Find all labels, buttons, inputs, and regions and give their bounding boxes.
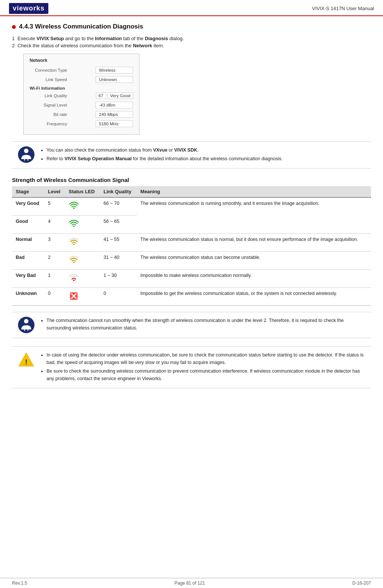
note2-bullet1: The communication cannot run smoothly wh… [46,317,365,332]
ns-quality-pair: 67 Very Good [96,92,133,99]
logo-text-orks: orks [29,5,45,12]
table-row: Bad 2 31 ~ 40 The wireless communication… [12,252,371,270]
led-cell [65,288,100,306]
led-cell [65,234,100,252]
svg-point-0 [24,149,28,153]
signal-table: Stage Level Status LED Link Quality Mean… [12,186,371,306]
step1-bold3: Diagnosis [145,36,168,41]
stage-cell: Very Good [12,197,44,216]
red-dot-icon [12,25,16,29]
ns-row-connection: Connection Type Wireless [30,66,133,74]
level-cell: 4 [44,216,65,234]
ns-label-bitrate: Bit rate [30,112,71,117]
linkquality-cell: 1 ~ 30 [100,270,136,288]
page-header: vieworks VIVIX-S 1417N User Manual [0,0,383,16]
ns-value-bitrate: 240 Mbps [96,111,133,118]
footer-rev: Rev.1.5 [12,580,27,586]
section-title: Wireless Communication Diagnosis [35,23,143,30]
step2-bold1: Network [133,43,152,48]
note1-bullet2: Refer to VIVIX Setup Operation Manual fo… [46,155,283,162]
table-header-row: Stage Level Status LED Link Quality Mean… [12,186,371,197]
note-icon-2 [18,317,34,333]
linkquality-cell: 41 ~ 55 [100,234,136,252]
ns-value-linkspeed: Unknown [96,76,133,83]
table-row: Very Bad 1 1 ~ 30 Impossible to make wir… [12,270,371,288]
note-content-2: The communication cannot run smoothly wh… [40,317,365,333]
level-cell: 0 [44,288,65,306]
footer-page: Page 81 of 121 [175,580,205,586]
ns-row-bitrate: Bit rate 240 Mbps [30,110,133,119]
level-cell: 1 [44,270,65,288]
ns-value-lq-text: Very Good [108,92,133,99]
ns-label-connection: Connection Type [30,68,71,72]
section-heading: 4.4.3 Wireless Communication Diagnosis [12,23,371,30]
ns-title: Network [30,58,133,63]
stage-cell: Unknown [12,288,44,306]
stage-cell: Good [12,216,44,234]
linkquality-cell: 0 [100,288,136,306]
level-cell: 3 [44,234,65,252]
ns-label-linkspeed: Link Speed [30,77,71,82]
steps-list: 1 Execute VIVIX Setup and go to the Info… [12,36,371,48]
th-stage: Stage [12,186,44,197]
meaning-cell: The wireless communication status is nor… [137,234,371,252]
note-box-2: The communication cannot run smoothly wh… [12,312,371,338]
note-content-1: You can also check the communication sta… [40,146,283,164]
linkquality-cell: 31 ~ 40 [100,252,136,270]
meaning-cell: Impossible to make wireless communicatio… [137,270,371,288]
stage-cell: Very Bad [12,270,44,288]
th-link-quality: Link Quality [100,186,136,197]
note-content-3: In case of using the detector under wire… [40,351,365,383]
person-icon-2 [21,318,32,332]
warning-triangle-icon: ! [18,351,34,368]
step1-bold1: VIVIX Setup [36,36,64,41]
logo-box: vieworks [9,3,48,14]
ns-row-frequency: Frequency 5180 MHz [30,120,133,128]
meaning-cell-verygood: The wireless communication is running sm… [137,197,371,234]
warn-icon-3: ! [18,351,34,368]
ns-row-linkspeed: Link Speed Unknown [30,75,133,84]
ns-value-lq-num: 67 [96,92,106,99]
table-row: Unknown 0 0 Impossible to get the wirele… [12,288,371,306]
svg-text:!: ! [25,358,28,366]
warn-box-3: ! In case of using the detector under wi… [12,346,371,388]
page-footer: Rev.1.5 Page 81 of 121 D-16-207 [0,578,383,588]
note3-bullet1: In case of using the detector under wire… [46,351,365,366]
section-number: 4.4.3 [19,23,33,30]
ns-value-signal: -43 dBm [96,102,133,108]
led-cell [65,216,100,234]
linkquality-cell: 56 ~ 65 [100,216,136,234]
ns-label-frequency: Frequency [30,122,71,126]
led-cell [65,252,100,270]
ns-value-connection: Wireless [96,67,133,74]
table-row: Very Good 5 66 ~ 70 The wireless communi… [12,197,371,216]
meaning-cell: The wireless communication status can be… [137,252,371,270]
note-box-1: You can also check the communication sta… [12,141,371,168]
stage-cell: Bad [12,252,44,270]
level-cell: 5 [44,197,65,216]
th-level: Level [44,186,65,197]
th-meaning: Meaning [137,186,371,197]
note1-bullet1: You can also check the communication sta… [46,146,283,154]
th-status-led: Status LED [65,186,100,197]
ns-label-linkquality: Link Quality [30,93,71,98]
ns-wifi-label: Wi-Fi Information [30,86,133,90]
step-1: 1 Execute VIVIX Setup and go to the Info… [12,36,371,41]
led-cell [65,270,100,288]
footer-doc-id: D-16-207 [352,580,371,586]
note-icon-1 [18,146,34,163]
logo: vieworks [9,3,48,14]
step1-bold2: Information [95,36,122,41]
level-cell: 2 [44,252,65,270]
step-2: 2 Check the status of wireless communica… [12,43,371,48]
ns-row-signal: Signal Level -43 dBm [30,101,133,109]
meaning-cell: Impossible to get the wireless communica… [137,288,371,306]
person-icon [21,148,32,161]
logo-text-vi: view [13,5,29,12]
stage-cell: Normal [12,234,44,252]
header-title: VIVIX-S 1417N User Manual [312,6,374,11]
ns-label-signal: Signal Level [30,103,71,107]
table-row: Normal 3 41 ~ 55 The wireless communicat… [12,234,371,252]
network-screenshot: Network Connection Type Wireless Link Sp… [23,54,139,135]
ns-value-frequency: 5180 MHz [96,120,133,127]
